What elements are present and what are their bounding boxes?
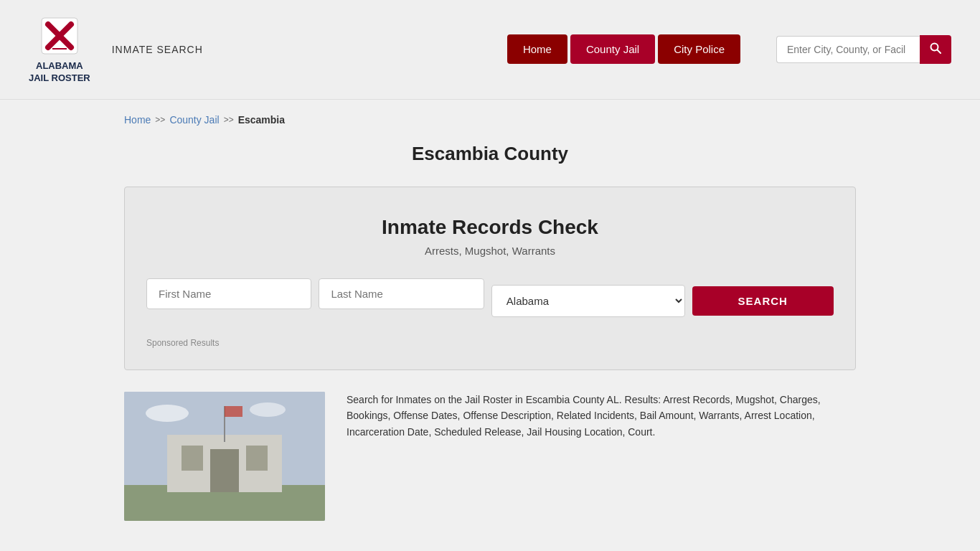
- svg-rect-11: [210, 449, 239, 492]
- records-title: Inmate Records Check: [146, 216, 834, 239]
- site-header: ALABAMAJAIL ROSTER INMATE SEARCH Home Co…: [0, 0, 980, 100]
- records-subtitle: Arrests, Mugshot, Warrants: [146, 245, 834, 257]
- records-check-box: Inmate Records Check Arrests, Mugshot, W…: [124, 187, 856, 370]
- nav-home-button[interactable]: Home: [507, 34, 567, 64]
- last-name-input[interactable]: [319, 278, 484, 309]
- breadcrumb-current: Escambia: [238, 114, 285, 126]
- nav-city-police-button[interactable]: City Police: [658, 34, 740, 64]
- header-search-button[interactable]: [920, 35, 951, 64]
- svg-rect-9: [182, 446, 203, 471]
- breadcrumb: Home >> County Jail >> Escambia: [124, 114, 856, 126]
- jail-image: [124, 392, 325, 521]
- breadcrumb-sep1: >>: [155, 115, 165, 125]
- header-search-bar: [776, 35, 951, 64]
- breadcrumb-county-jail[interactable]: County Jail: [169, 114, 219, 126]
- description-text: Search for Inmates on the Jail Roster in…: [347, 392, 856, 440]
- search-icon: [930, 42, 941, 54]
- breadcrumb-sep2: >>: [224, 115, 234, 125]
- nav-buttons: Home County Jail City Police: [507, 34, 740, 64]
- header-search-input[interactable]: [776, 36, 920, 63]
- sponsored-label: Sponsored Results: [146, 338, 834, 348]
- first-name-input[interactable]: [146, 278, 311, 309]
- bottom-section: Search for Inmates on the Jail Roster in…: [124, 392, 856, 521]
- search-button[interactable]: SEARCH: [692, 286, 834, 316]
- nav-county-jail-button[interactable]: County Jail: [570, 34, 655, 64]
- svg-point-15: [250, 402, 286, 417]
- main-content: Home >> County Jail >> Escambia Escambia…: [95, 100, 885, 535]
- state-select[interactable]: AlabamaAlaskaArizonaArkansasCaliforniaCo…: [491, 285, 685, 317]
- inmate-search-form: AlabamaAlaskaArizonaArkansasCaliforniaCo…: [146, 278, 834, 324]
- svg-line-5: [938, 50, 941, 53]
- logo-text: ALABAMAJAIL ROSTER: [29, 60, 90, 85]
- breadcrumb-home[interactable]: Home: [124, 114, 151, 126]
- site-logo[interactable]: ALABAMAJAIL ROSTER: [29, 14, 90, 85]
- logo-icon: [38, 14, 81, 57]
- inmate-search-link[interactable]: INMATE SEARCH: [112, 44, 203, 55]
- svg-point-14: [146, 405, 189, 422]
- svg-rect-10: [246, 446, 268, 471]
- svg-rect-13: [225, 406, 242, 417]
- page-title: Escambia County: [124, 143, 856, 165]
